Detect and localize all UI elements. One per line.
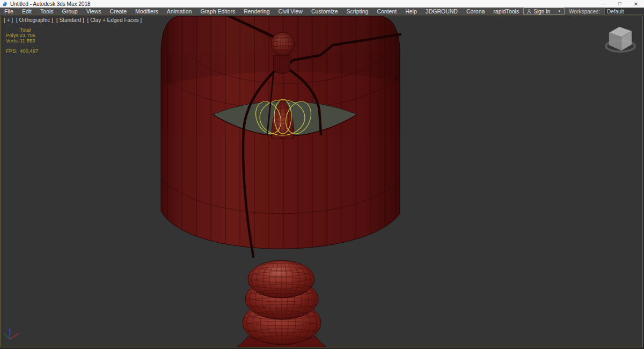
viewport-menu-render-preset[interactable]: [ Standard ] (56, 17, 84, 23)
menu-item-file[interactable]: File (0, 8, 18, 16)
maximize-button[interactable]: □ (612, 0, 628, 8)
menu-item-group[interactable]: Group (58, 8, 82, 16)
close-button[interactable]: ✕ (628, 0, 644, 8)
stats-verts-value: 11 553 (20, 38, 38, 43)
scene-canvas (0, 16, 643, 347)
menu-item-content[interactable]: Content (372, 8, 401, 16)
workspaces-label: Workspaces: (569, 9, 600, 14)
menu-item-modifiers[interactable]: Modifiers (131, 8, 163, 16)
menu-item-tools[interactable]: Tools (36, 8, 58, 16)
base-bead-1 (248, 260, 314, 298)
menu-item-3dground[interactable]: 3DGROUND (421, 8, 462, 16)
menu-item-scripting[interactable]: Scripting (342, 8, 373, 16)
user-icon (527, 9, 531, 14)
menu-bar-right: Sign In ▼ Workspaces: Default ▼ (523, 8, 644, 15)
lamp-base[interactable] (234, 260, 330, 347)
stats-fps-value: 400,497 (20, 48, 38, 54)
menu-item-corona[interactable]: Corona (462, 8, 489, 16)
workspace-dropdown[interactable]: Default ▼ (604, 8, 644, 15)
axis-gizmo (3, 324, 26, 344)
stats-verts-label: Verts: (6, 38, 20, 43)
menu-item-customize[interactable]: Customize (307, 8, 342, 16)
menu-item-create[interactable]: Create (106, 8, 131, 16)
menu-item-rendering[interactable]: Rendering (239, 8, 274, 16)
menu-item-edit[interactable]: Edit (18, 8, 36, 16)
window-title: Untitled - Autodesk 3ds Max 2018 (10, 1, 91, 7)
menu-bar: File Edit Tools Group Views Create Modif… (0, 8, 644, 16)
sign-in-label: Sign In (533, 9, 550, 14)
menu-item-animation[interactable]: Animation (163, 8, 196, 16)
viewport[interactable]: [ + ] [ Orthographic ] [ Standard ] [ Cl… (0, 16, 643, 347)
app-icon-3dsmax (2, 1, 8, 6)
sign-in-button[interactable]: Sign In ▼ (523, 8, 565, 15)
title-bar: Untitled - Autodesk 3ds Max 2018 – □ ✕ (0, 0, 644, 8)
menu-item-graph-editors[interactable]: Graph Editors (196, 8, 239, 16)
menu-item-views[interactable]: Views (82, 8, 106, 16)
stats-fps-label: FPS: (6, 48, 20, 54)
workspace-value: Default (607, 9, 624, 14)
menu-item-help[interactable]: Help (401, 8, 421, 16)
minimize-button[interactable]: – (596, 0, 612, 8)
viewport-menu-pov[interactable]: [ Orthographic ] (16, 17, 53, 23)
viewport-label: [ + ] [ Orthographic ] [ Standard ] [ Cl… (4, 17, 142, 23)
viewport-menu-shading[interactable]: [ Clay + Edged Faces ] (87, 17, 142, 23)
statistics-panel: Total Polys: 21 706 Verts: 11 553 FPS: 4… (6, 27, 38, 54)
menu-item-rapidtools[interactable]: rapidTools (489, 8, 523, 16)
viewport-menu-general[interactable]: [ + ] (4, 17, 13, 23)
sign-in-caret-icon: ▼ (558, 10, 561, 13)
menu-item-civil-view[interactable]: Civil View (274, 8, 307, 16)
viewcube[interactable] (602, 20, 639, 58)
window-controls: – □ ✕ (596, 0, 644, 8)
